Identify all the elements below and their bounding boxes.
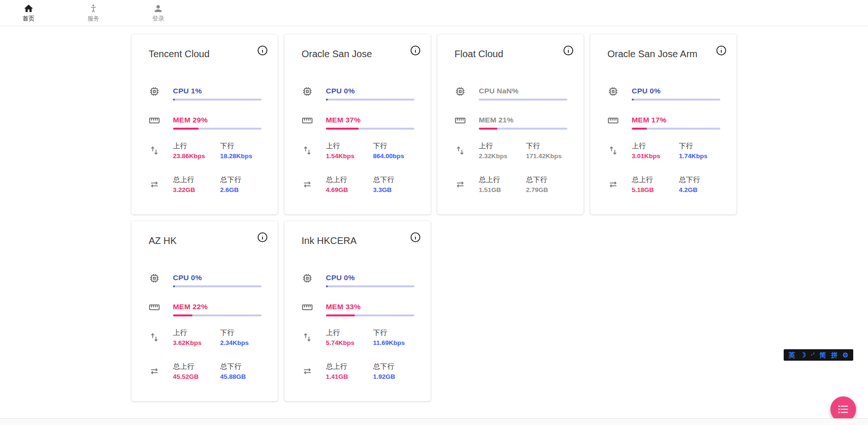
upload-label: 上行 [173, 141, 220, 151]
cpu-progress-bar [173, 285, 262, 287]
cpu-progress-fill [173, 285, 175, 287]
ime-halfmoon-icon[interactable]: ☽ [800, 352, 806, 358]
nav-item-label: 登录 [152, 15, 164, 23]
cpu-progress-fill [326, 285, 328, 287]
info-icon[interactable] [410, 232, 421, 243]
server-stats: CPU 0% MEM 33% [302, 273, 414, 381]
cpu-row: CPU 1% [149, 87, 262, 101]
info-icon[interactable] [257, 232, 268, 243]
mem-row: MEM 29% [149, 116, 262, 130]
mem-progress-bar [326, 128, 414, 130]
server-stats: CPU NaN% MEM 21% [454, 87, 567, 194]
total-upload-value: 3.22GB [173, 186, 220, 194]
server-stats: CPU 0% MEM 17% [607, 87, 720, 194]
cpu-progress-bar [479, 99, 567, 101]
mem-row: MEM 37% [302, 116, 414, 130]
cpu-progress-fill [632, 99, 634, 101]
net-speed-row: 上行 23.86Kbps 下行 18.28Kbps [149, 141, 262, 161]
upload-value: 1.54Kbps [326, 152, 373, 161]
mem-progress-fill [479, 128, 497, 130]
upload-label: 上行 [632, 141, 679, 151]
mem-progress-fill [173, 314, 192, 316]
upload-value: 23.86Kbps [173, 152, 220, 161]
net-speed-row: 上行 1.54Kbps 下行 864.00bps [302, 141, 414, 161]
swap-vertical-icon [149, 145, 160, 156]
mem-usage-text: MEM 33% [326, 303, 414, 311]
cpu-chip-icon [302, 86, 313, 97]
total-upload-label: 总上行 [326, 175, 373, 184]
upload-value: 3.62Kbps [173, 339, 220, 347]
cpu-usage-text: CPU 0% [632, 87, 720, 95]
server-stats: CPU 0% MEM 22% [149, 273, 262, 381]
swap-vertical-icon [454, 145, 466, 156]
person-stick-icon [88, 3, 99, 14]
mem-progress-bar [173, 314, 262, 316]
download-label: 下行 [373, 328, 414, 337]
upload-value: 2.32Kbps [479, 152, 526, 161]
ime-punctuation-toggle[interactable]: ·' [811, 352, 815, 358]
input-method-bar: 英 ☽ ·' 简 拼 ⚙ [784, 349, 853, 361]
server-card: AZ HK CPU 0% [131, 221, 278, 401]
total-download-value: 45.88GB [220, 373, 262, 381]
total-upload-value: 1.51GB [479, 186, 526, 194]
ime-simplified-toggle[interactable]: 简 [819, 352, 826, 358]
net-speed-row: 上行 3.01Kbps 下行 1.74Kbps [607, 141, 720, 161]
server-name: Oracle San Jose Arm [607, 48, 720, 60]
net-speed-row: 上行 5.74Kbps 下行 11.69Kbps [302, 328, 414, 347]
total-upload-label: 总上行 [173, 175, 220, 184]
cpu-chip-icon [149, 273, 160, 284]
info-icon[interactable] [716, 45, 727, 56]
download-label: 下行 [373, 141, 414, 151]
info-icon[interactable] [257, 45, 268, 56]
download-label: 下行 [526, 141, 567, 151]
ime-pinyin-indicator[interactable]: 拼 [831, 352, 838, 358]
server-card: Ink HKCERA CPU 0% [284, 221, 431, 401]
mem-progress-fill [326, 128, 359, 130]
net-total-row: 总上行 4.69GB 总下行 3.3GB [302, 175, 414, 194]
mem-usage-text: MEM 22% [173, 303, 262, 311]
mem-usage-text: MEM 37% [326, 116, 414, 124]
cpu-row: CPU 0% [302, 87, 414, 101]
swap-vertical-icon [302, 145, 313, 156]
home-icon [23, 3, 34, 14]
nav-item-label: 首页 [23, 15, 35, 23]
cpu-row: CPU 0% [607, 87, 720, 101]
net-total-row: 总上行 5.18GB 总下行 4.2GB [607, 175, 720, 194]
swap-horizontal-icon [607, 179, 619, 190]
nav-item-login[interactable]: 登录 [147, 3, 170, 23]
total-upload-value: 1.41GB [326, 373, 373, 381]
download-value: 11.69Kbps [373, 339, 414, 347]
cpu-usage-text: CPU 0% [326, 273, 414, 282]
net-speed-row: 上行 2.32Kbps 下行 171.42Kbps [454, 141, 567, 161]
server-card: Float Cloud CPU NaN% [437, 34, 584, 214]
total-download-value: 1.92GB [373, 373, 414, 381]
cpu-usage-text: CPU NaN% [479, 87, 567, 95]
page-footer [0, 418, 868, 425]
ime-language-toggle[interactable]: 英 [788, 352, 795, 358]
swap-vertical-icon [149, 332, 160, 343]
mem-progress-bar [479, 128, 567, 130]
server-name: Ink HKCERA [302, 234, 414, 247]
swap-vertical-icon [302, 332, 313, 343]
nav-item-home[interactable]: 首页 [17, 3, 40, 23]
mem-progress-bar [326, 314, 414, 316]
nav-item-services[interactable]: 服务 [82, 3, 105, 23]
memory-ruler-icon [607, 115, 619, 126]
cpu-row: CPU NaN% [454, 87, 567, 101]
server-card: Oracle San Jose Arm CPU 0% [590, 34, 737, 214]
cpu-row: CPU 0% [149, 273, 262, 287]
ime-gear-icon[interactable]: ⚙ [842, 352, 848, 358]
swap-horizontal-icon [454, 179, 466, 190]
download-value: 18.28Kbps [220, 152, 262, 161]
mem-progress-fill [632, 128, 647, 130]
cpu-chip-icon [302, 273, 313, 284]
list-icon [837, 403, 849, 415]
download-label: 下行 [220, 141, 262, 151]
memory-ruler-icon [149, 115, 160, 126]
info-icon[interactable] [563, 45, 574, 56]
info-icon[interactable] [410, 45, 421, 56]
cpu-usage-text: CPU 1% [173, 87, 262, 95]
swap-horizontal-icon [302, 365, 313, 377]
upload-label: 上行 [326, 328, 373, 337]
cpu-progress-fill [173, 99, 175, 101]
